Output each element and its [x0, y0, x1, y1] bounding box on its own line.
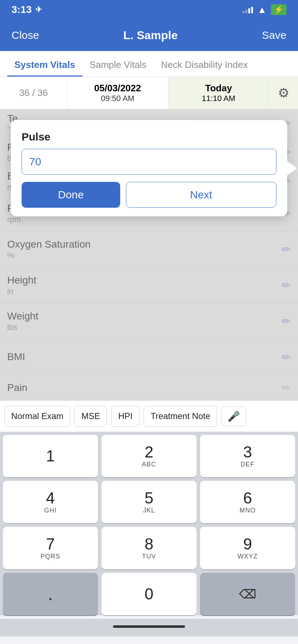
numpad-row-2: 4 GHI 5 JKL 6 MNO [1, 481, 297, 523]
numpad-key-8[interactable]: 8 TUV [101, 527, 197, 569]
popup-arrow [287, 161, 297, 175]
pulse-popup-buttons: Done Next [22, 182, 276, 208]
mic-icon: 🎤 [227, 411, 240, 422]
treatment-note-button[interactable]: Treatment Note [144, 406, 217, 427]
save-button[interactable]: Save [262, 29, 286, 41]
nav-bar: Close L. Sample Save [0, 19, 298, 51]
tab-system-vitals[interactable]: System Vitals [7, 54, 82, 77]
microphone-button[interactable]: 🎤 [221, 406, 246, 426]
status-time: 3:13 ✈ [12, 4, 42, 15]
tab-bar: System Vitals Sample Vitals Neck Disabil… [0, 51, 298, 77]
numpad-key-7[interactable]: 7 PQRS [3, 527, 98, 569]
numpad-key-3[interactable]: 3 DEF [200, 435, 295, 477]
mse-button[interactable]: MSE [74, 406, 107, 427]
wifi-icon: ▲ [257, 4, 267, 15]
patient-name: L. Sample [123, 29, 178, 42]
record-count[interactable]: 36 / 36 [0, 77, 67, 109]
tab-neck-disability[interactable]: Neck Disability Index [154, 54, 255, 77]
numpad-key-2[interactable]: 2 ABC [101, 435, 197, 477]
gear-icon: ⚙ [278, 86, 289, 101]
numpad-key-9[interactable]: 9 WXYZ [200, 527, 295, 569]
status-icons: ▲ ⚡ [243, 4, 286, 15]
gear-button[interactable]: ⚙ [269, 77, 298, 109]
pulse-popup: Pulse Done Next [11, 120, 287, 216]
done-button[interactable]: Done [22, 182, 120, 208]
home-indicator [0, 619, 298, 636]
numpad-key-1[interactable]: 1 [3, 435, 98, 477]
numpad-row-1: 1 2 ABC 3 DEF [1, 435, 297, 477]
numpad-key-5[interactable]: 5 JKL [101, 481, 197, 523]
tab-sample-vitals[interactable]: Sample Vitals [82, 54, 154, 77]
numpad-key-0[interactable]: 0 [101, 573, 197, 615]
quick-actions-bar: Normal Exam MSE HPI Treatment Note 🎤 [0, 400, 298, 432]
normal-exam-button[interactable]: Normal Exam [4, 406, 70, 427]
location-icon: ✈ [35, 5, 42, 14]
record-date[interactable]: 05/03/2022 09:50 AM [67, 77, 168, 109]
next-button[interactable]: Next [126, 182, 276, 208]
numpad-key-dot[interactable]: . [3, 573, 98, 615]
time-display: 3:13 [12, 4, 32, 15]
numpad-key-6[interactable]: 6 MNO [200, 481, 295, 523]
pulse-popup-title: Pulse [22, 131, 276, 143]
vitals-section: Pulse Done Next Te °F 98.60 ✏ Pu bp ✏ B [0, 109, 298, 400]
battery-icon: ⚡ [271, 4, 286, 15]
status-bar: 3:13 ✈ ▲ ⚡ [0, 0, 298, 19]
record-row: 36 / 36 05/03/2022 09:50 AM Today 11:10 … [0, 77, 298, 109]
numpad-key-4[interactable]: 4 GHI [3, 481, 98, 523]
numpad-row-3: 7 PQRS 8 TUV 9 WXYZ [1, 527, 297, 569]
signal-bars [243, 6, 253, 13]
record-today[interactable]: Today 11:10 AM [168, 77, 269, 109]
numpad-row-4: . 0 ⌫ [1, 573, 297, 615]
home-bar [113, 625, 185, 628]
hpi-button[interactable]: HPI [111, 406, 139, 427]
pulse-input[interactable] [22, 149, 276, 175]
number-pad: 1 2 ABC 3 DEF 4 GHI 5 JKL 6 MNO 7 PQRS [0, 432, 298, 615]
close-button[interactable]: Close [12, 29, 39, 41]
numpad-key-backspace[interactable]: ⌫ [200, 573, 295, 615]
